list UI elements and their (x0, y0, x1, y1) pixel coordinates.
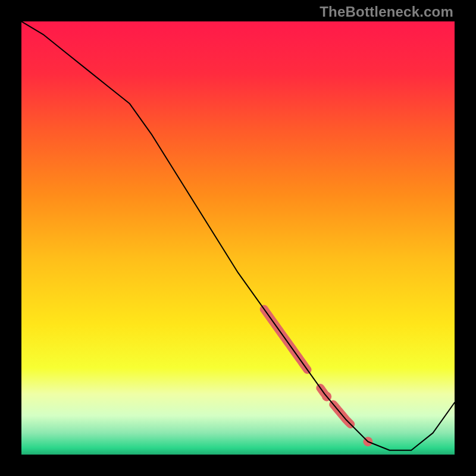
chart-frame: TheBottleneck.com (0, 0, 476, 476)
watermark-label: TheBottleneck.com (320, 4, 453, 20)
plot-area (21, 21, 455, 455)
gradient-background (21, 21, 455, 455)
bottleneck-chart (21, 21, 455, 455)
